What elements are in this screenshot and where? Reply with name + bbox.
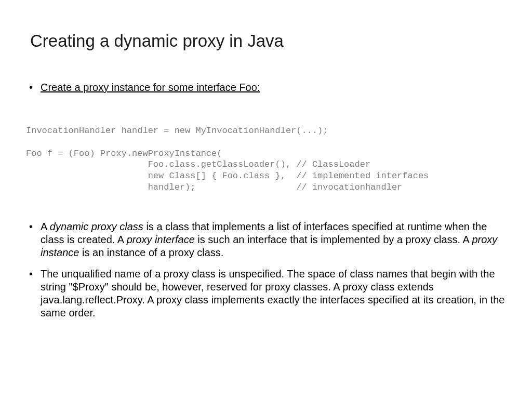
code-snippet: InvocationHandler handler = new MyInvoca… [26, 125, 506, 193]
bullet-dynamic-proxy-definition: A dynamic proxy class is a class that im… [26, 220, 506, 259]
term-proxy-interface: proxy interface [127, 234, 195, 245]
term-dynamic-proxy-class: dynamic proxy class [50, 221, 143, 232]
text-fragment: is such an interface that is implemented… [195, 234, 472, 245]
body-bullet-list: A dynamic proxy class is a class that im… [26, 220, 506, 320]
bullet-proxy-class-name: The unqualified name of a proxy class is… [26, 268, 506, 320]
text-fragment: The unqualified name of a proxy class is… [41, 268, 504, 318]
top-bullet-list: Create a proxy instance for some interfa… [26, 81, 506, 94]
bullet-create-proxy: Create a proxy instance for some interfa… [26, 81, 506, 94]
bullet-create-proxy-text: Create a proxy instance for some interfa… [41, 82, 260, 93]
slide-title: Creating a dynamic proxy in Java [30, 31, 506, 51]
text-fragment: A [41, 221, 50, 232]
text-fragment: is an instance of a proxy class. [79, 247, 224, 258]
